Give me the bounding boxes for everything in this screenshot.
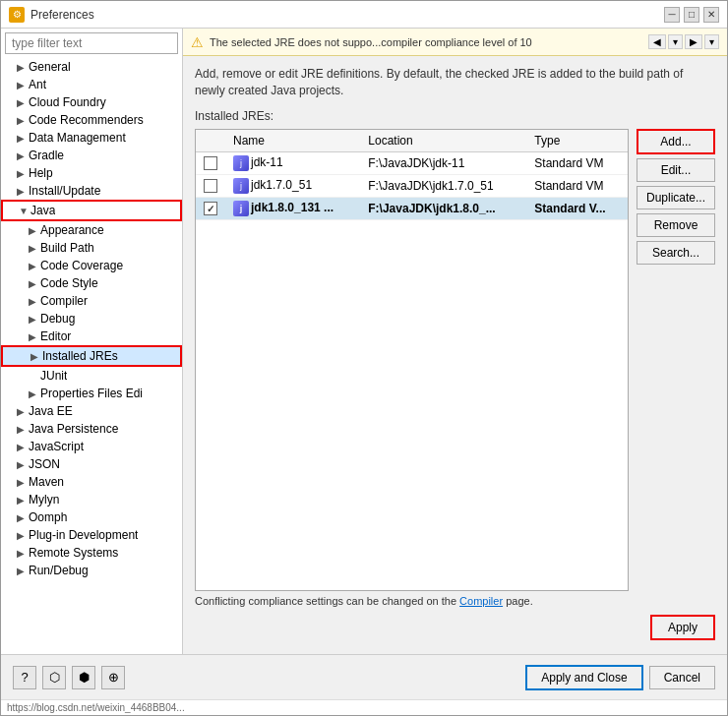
sidebar-item-code-coverage[interactable]: ▶ Code Coverage [1,257,182,274]
sidebar-item-label: JavaScript [29,440,84,453]
warning-dropdown-button[interactable]: ▾ [668,34,683,49]
remove-button[interactable]: Remove [637,213,715,237]
row-checkbox[interactable] [196,174,225,197]
preferences-window: ⚙ Preferences ─ □ ✕ ▶ General ▶ Ant ▶ [0,0,728,716]
table-row[interactable]: jjdk-11 F:\JavaJDK\jdk-11 Standard VM [196,151,628,174]
sidebar-item-label: Plug-in Development [29,528,138,542]
sidebar-item-compiler[interactable]: ▶ Compiler [1,292,182,310]
sidebar-item-java[interactable]: ▼ Java [1,200,182,221]
sidebar-item-remote-systems[interactable]: ▶ Remote Systems [1,544,182,562]
export-button[interactable]: ⬡ [42,666,66,689]
arrow-icon: ▶ [17,186,29,197]
sidebar-item-label: Ant [29,78,46,91]
sidebar-item-build-path[interactable]: ▶ Build Path [1,239,182,257]
side-buttons: Add... Edit... Duplicate... Remove Searc… [637,129,715,591]
compiler-note-text: Conflicting compliance settings can be c… [195,595,456,607]
sidebar-item-properties-files[interactable]: ▶ Properties Files Edi [1,385,182,402]
checkbox-icon[interactable] [204,156,217,170]
sidebar-item-run-debug[interactable]: ▶ Run/Debug [1,562,182,579]
sidebar-item-label: Install/Update [29,184,100,198]
sidebar-item-json[interactable]: ▶ JSON [1,455,182,473]
cancel-button[interactable]: Cancel [649,666,715,689]
arrow-icon: ▶ [17,168,29,179]
sidebar-item-junit[interactable]: JUnit [1,367,182,385]
sidebar-item-label: Cloud Foundry [29,95,106,109]
jdk-icon: j [233,155,249,171]
sidebar-item-editor[interactable]: ▶ Editor [1,328,182,345]
sidebar-item-oomph[interactable]: ▶ Oomph [1,508,182,526]
help-button[interactable]: ? [13,666,36,689]
row-type: Standard VM [526,174,628,197]
arrow-icon: ▶ [17,80,29,90]
duplicate-button[interactable]: Duplicate... [637,186,715,209]
warning-forward-button[interactable]: ▶ [685,34,702,49]
arrow-icon: ▶ [17,530,29,541]
checkbox-icon[interactable] [204,179,217,193]
arrow-icon: ▶ [17,406,29,417]
apply-button[interactable]: Apply [650,615,715,640]
sidebar-item-plugin-development[interactable]: ▶ Plug-in Development [1,526,182,544]
sidebar-item-label: Debug [40,312,75,326]
arrow-icon: ▶ [17,548,29,559]
settings-button[interactable]: ⊕ [101,666,125,689]
arrow-icon: ▶ [30,351,42,362]
minimize-button[interactable]: ─ [664,7,680,23]
row-location: F:\JavaJDK\jdk-11 [360,151,526,174]
arrow-icon: ▶ [17,566,29,576]
maximize-button[interactable]: □ [684,7,699,23]
add-button[interactable]: Add... [637,129,715,154]
search-button[interactable]: Search... [637,241,715,265]
import-button[interactable]: ⬢ [72,666,95,689]
sidebar-item-general[interactable]: ▶ General [1,58,182,76]
table-row[interactable]: jjdk1.7.0_51 F:\JavaJDK\jdk1.7.0_51 Stan… [196,174,628,197]
sidebar-item-install-update[interactable]: ▶ Install/Update [1,182,182,200]
sidebar-item-data-management[interactable]: ▶ Data Management [1,129,182,147]
sidebar-item-code-recommenders[interactable]: ▶ Code Recommenders [1,111,182,129]
jre-area: Name Location Type [195,129,715,591]
compiler-link[interactable]: Compiler [459,595,503,607]
bottom-right-buttons: Apply and Close Cancel [525,665,715,690]
sidebar-item-mylyn[interactable]: ▶ Mylyn [1,491,182,508]
arrow-icon: ▶ [29,278,40,289]
jre-table-scroll[interactable]: Name Location Type [196,130,628,590]
sidebar-item-maven[interactable]: ▶ Maven [1,473,182,491]
close-button[interactable]: ✕ [703,7,719,23]
sidebar-item-label: JSON [29,457,60,471]
filter-input[interactable] [5,32,178,54]
sidebar-item-code-style[interactable]: ▶ Code Style [1,274,182,292]
sidebar-item-java-persistence[interactable]: ▶ Java Persistence [1,420,182,438]
apply-and-close-button[interactable]: Apply and Close [525,665,642,690]
row-checkbox[interactable] [196,197,225,219]
sidebar-item-java-ee[interactable]: ▶ Java EE [1,402,182,420]
sidebar-item-help[interactable]: ▶ Help [1,164,182,182]
arrow-icon: ▶ [17,62,29,73]
row-checkbox[interactable] [196,151,225,174]
sidebar-item-debug[interactable]: ▶ Debug [1,310,182,328]
sidebar-item-ant[interactable]: ▶ Ant [1,76,182,93]
tree-area: ▶ General ▶ Ant ▶ Cloud Foundry ▶ Code R… [1,58,182,654]
sidebar-item-label: Properties Files Edi [40,387,143,400]
jre-table: Name Location Type [196,130,628,220]
checkbox-icon[interactable] [204,202,217,215]
warning-more-button[interactable]: ▾ [704,34,719,49]
sidebar-item-installed-jres[interactable]: ▶ Installed JREs [1,345,182,367]
edit-button[interactable]: Edit... [637,158,715,182]
arrow-icon: ▶ [17,477,29,488]
table-row[interactable]: jjdk1.8.0_131 ... F:\JavaJDK\jdk1.8.0_..… [196,197,628,219]
sidebar-item-label: Code Recommenders [29,113,144,127]
sidebar-item-label: Run/Debug [29,564,89,577]
arrow-icon: ▶ [29,314,40,325]
arrow-icon: ▼ [19,206,30,216]
sidebar-item-gradle[interactable]: ▶ Gradle [1,147,182,164]
sidebar-item-cloud-foundry[interactable]: ▶ Cloud Foundry [1,93,182,111]
warning-back-button[interactable]: ◀ [648,34,666,49]
warning-text: The selected JRE does not suppo...compil… [210,36,532,48]
col-header-checkbox [196,130,225,152]
arrow-icon: ▶ [29,388,40,399]
sidebar-item-javascript[interactable]: ▶ JavaScript [1,438,182,455]
sidebar-item-appearance[interactable]: ▶ Appearance [1,221,182,239]
sidebar-item-label: Editor [40,329,71,343]
sidebar-item-label: Java [30,204,55,217]
url-bar: https://blog.csdn.net/weixin_4468BB04... [1,699,727,715]
window-icon: ⚙ [9,7,25,23]
